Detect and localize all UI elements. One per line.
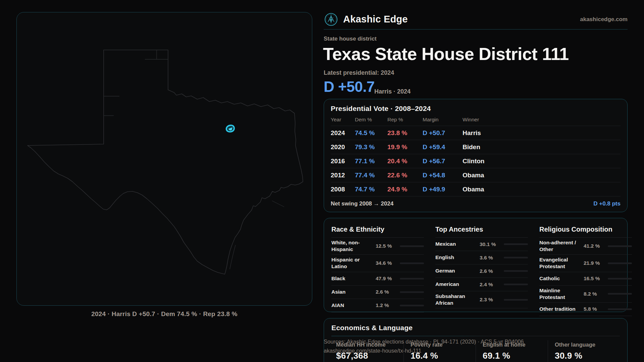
dem-cell: 77.4 % <box>355 168 387 182</box>
rep-cell: 23.8 % <box>387 126 423 140</box>
mini-bar <box>504 243 528 245</box>
col-dem: Dem % <box>355 113 387 126</box>
race-ethnicity-section: Race & Ethnicity White, non-Hispanic 12.… <box>331 223 424 316</box>
list-item: Mainline Protestant 8.2 % <box>539 286 632 303</box>
brand-domain-link[interactable]: akashicedge.com <box>580 16 628 23</box>
list-item: Non-adherent / Other 41.2 % <box>539 238 632 255</box>
dem-cell: 79.3 % <box>355 140 387 154</box>
stat-english-at-home: English at home 69.1 % <box>476 340 548 362</box>
margin-cell: D +54.8 <box>423 168 463 182</box>
ancestries-section-title: Top Ancestries <box>435 223 528 238</box>
mini-bar <box>608 308 632 310</box>
list-item: Subsaharan African 2.3 % <box>435 291 528 308</box>
list-item: Black 47.9 % <box>331 272 424 286</box>
margin-cell: D +59.4 <box>423 140 463 154</box>
margin-cell: D +50.7 <box>423 126 463 140</box>
mini-bar <box>608 262 632 264</box>
economics-language-card: Economics & Language Median HH income $6… <box>324 318 628 362</box>
list-item: Catholic 16.5 % <box>539 272 632 286</box>
presidential-table-header-row: Year Dem % Rep % Margin Winner <box>331 113 621 126</box>
year-cell: 2024 <box>331 126 355 140</box>
net-swing-label: Net swing 2008 → 2024 <box>331 200 393 207</box>
mini-bar <box>400 305 424 306</box>
demographics-card: Race & Ethnicity White, non-Hispanic 12.… <box>324 218 628 312</box>
rep-cell: 24.9 % <box>387 182 423 196</box>
texas-state-outline <box>28 50 303 274</box>
dem-cell: 74.5 % <box>355 126 387 140</box>
presidential-vote-card: Presidential Vote · 2008–2024 Year Dem %… <box>324 99 628 212</box>
table-row: 2024 74.5 % 23.8 % D +50.7 Harris <box>331 126 621 140</box>
gulf-barrier-islands <box>230 201 284 269</box>
mini-bar <box>400 245 424 247</box>
mini-bar <box>608 245 632 247</box>
year-cell: 2012 <box>331 168 355 182</box>
religion-section-title: Religious Composition <box>539 223 632 238</box>
list-item: American 2.4 % <box>435 278 528 291</box>
mini-bar <box>504 284 528 285</box>
page-title: Texas State House District 111 <box>323 44 627 64</box>
economics-card-title: Economics & Language <box>331 324 620 332</box>
rep-cell: 19.9 % <box>387 140 423 154</box>
dem-cell: 74.7 % <box>355 182 387 196</box>
mini-bar <box>504 299 528 301</box>
texas-map-panel <box>16 12 312 306</box>
table-row: 2016 77.1 % 20.4 % D +56.7 Clinton <box>331 154 621 168</box>
presidential-card-title: Presidential Vote · 2008–2024 <box>331 105 621 113</box>
net-swing-value: D +0.8 pts <box>593 200 621 207</box>
kicker-label: State house district <box>324 36 377 42</box>
stat-other-language: Other language 30.9 % <box>548 340 620 362</box>
brand-name: Akashic Edge <box>343 14 408 25</box>
col-winner: Winner <box>463 113 621 126</box>
margin-cell: D +49.9 <box>423 182 463 196</box>
akashic-edge-logo-icon <box>324 13 338 26</box>
texas-outline-map <box>17 12 312 306</box>
winner-cell: Obama <box>463 168 621 182</box>
list-item: AIAN 1.2 % <box>331 299 424 312</box>
map-caption: 2024 · Harris D +50.7 · Dem 74.5 % · Rep… <box>16 310 312 318</box>
race-section-title: Race & Ethnicity <box>331 223 424 238</box>
presidential-table: Year Dem % Rep % Margin Winner 2024 74.5… <box>331 113 621 196</box>
winner-cell: Harris <box>463 126 621 140</box>
mini-bar <box>504 270 528 272</box>
table-row: 2008 74.7 % 24.9 % D +49.9 Obama <box>331 182 621 196</box>
mini-bar <box>608 278 632 280</box>
header: Akashic Edge akashicedge.com <box>324 12 628 27</box>
list-item: Evangelical Protestant 21.9 % <box>539 255 632 272</box>
rep-cell: 22.6 % <box>387 168 423 182</box>
religious-composition-section: Religious Composition Non-adherent / Oth… <box>539 223 632 316</box>
texas-interior-lines <box>104 50 168 116</box>
headline-context: Harris · 2024 <box>374 88 411 95</box>
list-item: Other tradition 5.8 % <box>539 303 632 316</box>
col-rep: Rep % <box>387 113 423 126</box>
district-111-marker[interactable] <box>226 125 234 132</box>
page: 2024 · Harris D +50.7 · Dem 74.5 % · Rep… <box>0 0 644 362</box>
col-margin: Margin <box>423 113 463 126</box>
list-item: German 2.6 % <box>435 264 528 278</box>
winner-cell: Clinton <box>463 154 621 168</box>
year-cell: 2020 <box>331 140 355 154</box>
mini-bar <box>400 291 424 293</box>
table-row: 2012 77.4 % 22.6 % D +54.8 Obama <box>331 168 621 182</box>
dem-cell: 77.1 % <box>355 154 387 168</box>
latest-presidential-label: Latest presidential: 2024 <box>324 69 394 76</box>
col-year: Year <box>331 113 355 126</box>
list-item: White, non-Hispanic 12.5 % <box>331 238 424 255</box>
winner-cell: Biden <box>463 140 621 154</box>
economics-divider <box>331 336 620 336</box>
district-url-link[interactable]: akashicedge.com/state-house/tx-hd-111 <box>324 348 421 354</box>
mini-bar <box>608 293 632 295</box>
list-item: English 3.6 % <box>435 251 528 264</box>
table-row: 2020 79.3 % 19.9 % D +59.4 Biden <box>331 140 621 154</box>
margin-cell: D +56.7 <box>423 154 463 168</box>
year-cell: 2008 <box>331 182 355 196</box>
winner-cell: Obama <box>463 182 621 196</box>
headline-margin: D +50.7 <box>324 78 375 95</box>
header-divider <box>324 29 628 29</box>
net-swing-row: Net swing 2008 → 2024 D +0.8 pts <box>331 196 621 211</box>
mini-bar <box>400 278 424 280</box>
top-ancestries-section: Top Ancestries Mexican 30.1 % English 3.… <box>435 223 528 316</box>
rep-cell: 20.4 % <box>387 154 423 168</box>
list-item: Hispanic or Latino 34.6 % <box>331 255 424 272</box>
mini-bar <box>400 262 424 264</box>
year-cell: 2016 <box>331 154 355 168</box>
